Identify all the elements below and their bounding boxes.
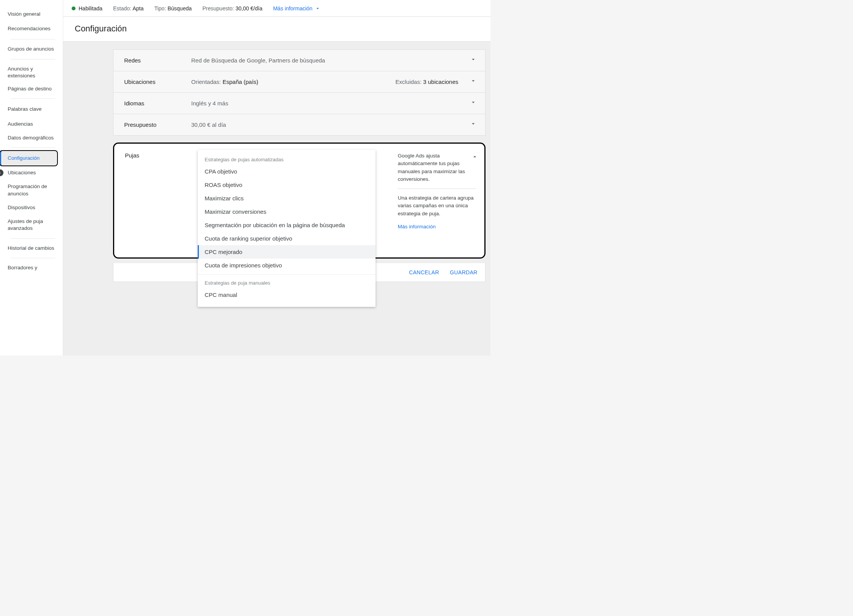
- sidebar-divider: [11, 98, 55, 99]
- dropdown-item-manual-cpc[interactable]: CPC manual: [198, 288, 376, 301]
- chevron-down-icon: [470, 56, 477, 65]
- sidebar-item-ads-extensions[interactable]: Anuncios y extensiones: [0, 62, 63, 82]
- settings-list: Redes Red de Búsqueda de Google, Partner…: [113, 49, 486, 259]
- bidding-info-panel: Google Ads ajusta automáticamente tus pu…: [392, 152, 480, 231]
- more-info-label: Más información: [273, 5, 313, 11]
- sidebar-item-change-history[interactable]: Historial de cambios: [0, 242, 63, 255]
- dropdown-item-max-conversions[interactable]: Maximizar conversiones: [198, 205, 376, 218]
- sidebar-divider: [11, 59, 55, 59]
- more-info-link[interactable]: Más información: [398, 223, 436, 231]
- sidebar-divider: [11, 258, 55, 258]
- dropdown-item-cpa[interactable]: CPA objetivo: [198, 165, 376, 178]
- dropdown-header-manual: Estrategias de puja manuales: [198, 274, 376, 288]
- bidding-strategy-dropdown[interactable]: Estrategias de pujas automatizadas CPA o…: [198, 150, 376, 307]
- tipo-label: Tipo:: [154, 5, 166, 11]
- dropdown-item-max-clicks[interactable]: Maximizar clics: [198, 192, 376, 205]
- main: Habilitada Estado: Apta Tipo: Búsqueda P…: [63, 0, 490, 356]
- info-divider: [398, 188, 476, 189]
- setting-row-languages[interactable]: Idiomas Inglés y 4 más: [113, 93, 486, 114]
- content: Redes Red de Búsqueda de Google, Partner…: [63, 42, 490, 356]
- chevron-down-icon: [470, 120, 477, 129]
- sidebar-item-advanced-bid[interactable]: Ajustes de puja avanzados: [0, 215, 63, 235]
- info-text-1: Google Ads ajusta automáticamente tus pu…: [398, 152, 476, 183]
- sidebar: ‹ Visión general Recomendaciones Grupos …: [0, 0, 63, 356]
- setting-row-networks[interactable]: Redes Red de Búsqueda de Google, Partner…: [113, 49, 486, 71]
- sidebar-divider: [11, 238, 55, 239]
- page-title: Configuración: [75, 24, 479, 34]
- setting-value-excluded: Excluidas: 3 ubicaciones: [395, 79, 458, 85]
- sidebar-item-ad-schedule[interactable]: Programación de anuncios: [0, 180, 63, 200]
- sidebar-item-keywords[interactable]: Palabras clave: [0, 102, 63, 116]
- sidebar-item-configuration[interactable]: Configuración: [0, 151, 57, 165]
- page-title-bar: Configuración: [63, 17, 490, 42]
- campaign-state: Estado: Apta: [113, 5, 143, 11]
- sidebar-item-landing-pages[interactable]: Páginas de destino: [0, 82, 63, 95]
- campaign-budget: Presupuesto: 30,00 €/día: [202, 5, 262, 11]
- tipo-value: Búsqueda: [167, 5, 192, 11]
- dropdown-item-impression-share[interactable]: Cuota de impresiones objetivo: [198, 259, 376, 272]
- setting-label: Presupuesto: [124, 121, 191, 128]
- cancel-button[interactable]: CANCELAR: [409, 269, 439, 275]
- topbar: Habilitada Estado: Apta Tipo: Búsqueda P…: [63, 0, 490, 17]
- setting-label: Ubicaciones: [124, 79, 191, 85]
- campaign-type: Tipo: Búsqueda: [154, 5, 192, 11]
- setting-row-locations[interactable]: Ubicaciones Orientadas: España (país) Ex…: [113, 71, 486, 93]
- campaign-status[interactable]: Habilitada: [72, 5, 102, 11]
- sidebar-item-adgroups[interactable]: Grupos de anuncios: [0, 43, 63, 56]
- more-info-link[interactable]: Más información: [273, 5, 321, 11]
- dropdown-item-location-segmentation[interactable]: Segmentación por ubicación en la página …: [198, 218, 376, 232]
- setting-value-targeted: Orientadas: España (país): [191, 79, 395, 85]
- dropdown-item-enhanced-cpc[interactable]: CPC mejorado: [198, 245, 376, 259]
- setting-card-bidding: Pujas Estrategias de pujas automatizadas…: [113, 143, 486, 259]
- dropdown-item-roas[interactable]: ROAS objetivo: [198, 178, 376, 192]
- collapse-panel-button[interactable]: [471, 153, 478, 163]
- dropdown-header-auto: Estrategias de pujas automatizadas: [198, 152, 376, 165]
- sidebar-item-overview[interactable]: Visión general: [0, 7, 63, 21]
- info-text-2: Una estrategia de cartera agrupa varias …: [398, 194, 476, 218]
- sidebar-divider: [11, 39, 55, 39]
- app-root: ‹ Visión general Recomendaciones Grupos …: [0, 0, 490, 356]
- setting-value: Red de Búsqueda de Google, Partners de b…: [191, 57, 470, 64]
- bidding-dropdown-area: Estrategias de pujas automatizadas CPA o…: [198, 152, 392, 231]
- status-dot-icon: [72, 7, 75, 10]
- chevron-down-icon: [315, 5, 321, 11]
- sidebar-item-devices[interactable]: Dispositivos: [0, 200, 63, 215]
- chevron-down-icon: [470, 77, 477, 86]
- setting-label: Redes: [124, 57, 191, 64]
- sidebar-item-recommendations[interactable]: Recomendaciones: [0, 21, 63, 36]
- sidebar-item-demographics[interactable]: Datos demográficos: [0, 131, 63, 144]
- setting-label: Idiomas: [124, 100, 191, 106]
- dropdown-item-outranking-share[interactable]: Cuota de ranking superior objetivo: [198, 232, 376, 245]
- save-button[interactable]: GUARDAR: [450, 269, 477, 275]
- estado-label: Estado:: [113, 5, 131, 11]
- setting-value: 30,00 € al día: [191, 121, 470, 128]
- sidebar-item-locations[interactable]: Ubicaciones: [0, 165, 63, 180]
- setting-value: Inglés y 4 más: [191, 100, 470, 106]
- presupuesto-value: 30,00 €/día: [236, 5, 262, 11]
- chevron-down-icon: [470, 99, 477, 108]
- estado-value: Apta: [133, 5, 144, 11]
- bidding-label: Pujas: [125, 152, 198, 231]
- presupuesto-label: Presupuesto:: [202, 5, 234, 11]
- campaign-status-label: Habilitada: [79, 5, 102, 11]
- sidebar-divider: [11, 147, 55, 148]
- setting-row-budget[interactable]: Presupuesto 30,00 € al día: [113, 114, 486, 136]
- sidebar-item-audiences[interactable]: Audiencias: [0, 117, 63, 131]
- sidebar-item-drafts[interactable]: Borradores y: [0, 261, 63, 274]
